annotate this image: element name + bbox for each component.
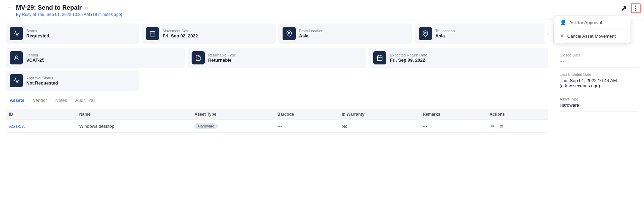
svg-rect-8 xyxy=(378,56,383,61)
asset-type-group: Asset Type Hardware xyxy=(560,97,638,112)
from-location-icon xyxy=(283,27,296,40)
subtitle-user[interactable]: Rosy xyxy=(22,12,31,17)
svg-rect-0 xyxy=(150,32,155,36)
col-header-barcode: Barcode xyxy=(274,109,338,120)
assets-table: ID Name Asset Type Barcode In Warranty R… xyxy=(6,109,548,133)
last-updated-date-label: Last Updated Date xyxy=(560,72,638,77)
expected-return-date-card: Expected Return Date Fri, Sep 09, 2022 xyxy=(369,48,548,68)
col-header-in-warranty: In Warranty xyxy=(338,109,419,120)
from-location-label: From Location xyxy=(299,29,323,33)
closed-date-value: --- xyxy=(560,59,638,64)
cancel-asset-movement-label: Cancel Asset Movement xyxy=(567,34,616,39)
in-warranty-cell: No xyxy=(338,120,419,133)
approval-status-card: Approval Status Not Requested xyxy=(6,71,139,91)
tab-assets[interactable]: Assets xyxy=(6,95,29,106)
page-container: ← MV-29: Send to Repair ✏ By Rosy at Thu… xyxy=(0,0,644,212)
last-updated-date-value: Thu, Sep 01, 2022 10:44 AM (a few second… xyxy=(560,78,638,88)
returnable-type-value: Returnable xyxy=(208,58,236,63)
tab-notes[interactable]: Notes xyxy=(51,95,71,106)
table-row: AST-57... Windows desktop Hardware --- N… xyxy=(6,120,548,133)
returnable-type-card: Returnable Type Returnable xyxy=(187,48,367,68)
right-panel: Other Reference Number 123 Closed Date -… xyxy=(554,19,644,212)
approval-status-label: Approval Status xyxy=(26,76,58,80)
svg-point-6 xyxy=(15,56,17,58)
to-location-value: Asia xyxy=(435,33,455,38)
col-header-remarks: Remarks xyxy=(419,109,486,120)
cancel-icon: ✕ xyxy=(560,33,564,39)
asset-type-badge: Hardware xyxy=(194,123,218,129)
movement-date-value: Fri, Sep 02, 2022 xyxy=(163,33,198,38)
cancel-asset-movement-item[interactable]: ✕ Cancel Asset Movement xyxy=(554,29,630,43)
tabs-bar: Assets Vendor Notes Audit Trail xyxy=(0,95,554,106)
header: ← MV-29: Send to Repair ✏ By Rosy at Thu… xyxy=(0,0,644,19)
from-location-value: Asia xyxy=(299,33,323,38)
approval-status-icon xyxy=(10,74,23,87)
page-subtitle: By Rosy at Thu, Sep 01, 2022 10:25 AM (1… xyxy=(16,12,637,17)
svg-point-4 xyxy=(288,32,290,34)
ask-for-approval-label: Ask for Approval xyxy=(569,20,602,25)
cards-row-1-wrapper: Status Requested Movement Date Fri, Sep … xyxy=(0,19,554,48)
approval-row: Approval Status Not Requested xyxy=(0,71,554,94)
info-grid-row1: Status Requested Movement Date Fri, Sep … xyxy=(0,19,554,48)
kebab-menu-button[interactable]: ⋮ xyxy=(631,3,641,13)
actions-cell: ✏ 🗑 xyxy=(486,120,548,133)
returnable-type-icon xyxy=(192,51,205,64)
asset-type-cell: Hardware xyxy=(191,120,274,133)
chevron-right-button[interactable]: › xyxy=(544,24,554,43)
tab-vendor[interactable]: Vendor xyxy=(29,95,51,106)
to-location-icon xyxy=(419,27,432,40)
table-header-row: ID Name Asset Type Barcode In Warranty R… xyxy=(6,109,548,120)
vendor-value: VCAT-25 xyxy=(26,58,45,63)
info-grid-row2: Vendor VCAT-25 Returnable Type Returnabl… xyxy=(0,48,554,71)
closed-date-label: Closed Date xyxy=(560,53,638,57)
col-header-id: ID xyxy=(6,109,76,120)
movement-date-icon xyxy=(146,27,159,40)
dropdown-menu: 👤 Ask for Approval ✕ Cancel Asset Moveme… xyxy=(554,16,630,43)
to-location-label: To Location xyxy=(435,29,455,33)
asset-id-link[interactable]: AST-57... xyxy=(9,124,28,129)
asset-type-value: Hardware xyxy=(560,103,638,108)
status-icon xyxy=(10,27,23,40)
col-header-asset-type: Asset Type xyxy=(191,109,274,120)
svg-point-5 xyxy=(425,32,426,34)
vendor-label: Vendor xyxy=(26,53,45,57)
page-title: MV-29: Send to Repair xyxy=(16,4,82,11)
person-icon: 👤 xyxy=(560,19,567,26)
approval-status-value: Not Requested xyxy=(26,80,58,86)
subtitle-by: By xyxy=(16,12,21,17)
last-updated-date-group: Last Updated Date Thu, Sep 01, 2022 10:4… xyxy=(560,72,638,92)
vendor-card: Vendor VCAT-25 xyxy=(6,48,185,68)
left-panel: Status Requested Movement Date Fri, Sep … xyxy=(0,19,554,212)
asset-name-cell: Windows desktop xyxy=(76,120,191,133)
vendor-icon xyxy=(10,51,23,64)
col-header-actions: Actions xyxy=(486,109,548,120)
to-location-card: To Location Asia xyxy=(415,24,548,44)
returnable-type-label: Returnable Type xyxy=(208,53,236,57)
status-label: Status xyxy=(26,29,49,33)
expected-return-date-label: Expected Return Date xyxy=(390,53,427,57)
edit-asset-button[interactable]: ✏ xyxy=(489,123,496,130)
status-value: Requested xyxy=(26,33,49,38)
assets-table-wrapper: ID Name Asset Type Barcode In Warranty R… xyxy=(0,109,554,133)
asset-type-label: Asset Type xyxy=(560,97,638,101)
subtitle-at: at Thu, Sep 01, 2022 10:25 AM (19 minute… xyxy=(33,12,122,17)
expected-return-date-icon xyxy=(373,51,386,64)
status-card: Status Requested xyxy=(6,24,139,44)
barcode-cell: --- xyxy=(274,120,338,133)
ask-for-approval-item[interactable]: 👤 Ask for Approval xyxy=(554,16,630,29)
back-button[interactable]: ← xyxy=(7,4,13,11)
expected-return-date-value: Fri, Sep 09, 2022 xyxy=(390,58,427,63)
movement-date-label: Movement Date xyxy=(163,29,198,33)
from-location-card: From Location Asia xyxy=(278,24,412,44)
main-content: Status Requested Movement Date Fri, Sep … xyxy=(0,19,644,212)
closed-date-group: Closed Date --- xyxy=(560,53,638,68)
delete-asset-button[interactable]: 🗑 xyxy=(498,123,505,130)
edit-title-icon[interactable]: ✏ xyxy=(84,5,89,11)
col-header-name: Name xyxy=(76,109,191,120)
tab-audit-trail[interactable]: Audit Trail xyxy=(71,95,100,106)
remarks-cell: --- xyxy=(419,120,486,133)
movement-date-card: Movement Date Fri, Sep 02, 2022 xyxy=(142,24,275,44)
